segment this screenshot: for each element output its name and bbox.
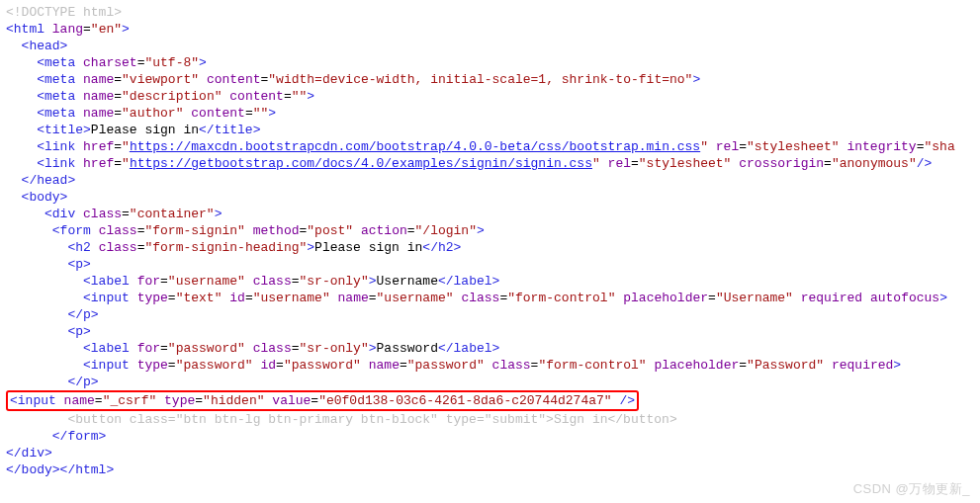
tag-p-close: </p> [67, 307, 98, 322]
watermark: CSDN @万物更新_ [853, 480, 970, 497]
tag-form: <form [52, 223, 99, 238]
tag-body-open: <body> [22, 190, 68, 205]
code-view: <!DOCTYPE html> <html lang="en"> <head> … [6, 4, 974, 478]
tag-head-close: </head> [22, 173, 76, 188]
tag-link: <link [37, 139, 83, 154]
tag-input: <input [83, 291, 137, 305]
tag-html-close: </html> [60, 462, 115, 477]
doctype: <!DOCTYPE html> [6, 5, 122, 20]
tag-label: <label [83, 341, 137, 356]
tag-body-close: </body> [6, 462, 60, 477]
tag-title: <title> [37, 123, 91, 137]
tag-p: <p> [67, 324, 90, 339]
link-url[interactable]: https://getbootstrap.com/docs/4.0/exampl… [130, 156, 592, 171]
tag-div: <div [45, 207, 83, 221]
tag-form-close: </form> [52, 429, 107, 444]
tag-meta: <meta [37, 72, 83, 87]
tag-label: <label [83, 274, 137, 289]
tag-head-open: <head> [22, 39, 68, 53]
tag-input: <input [83, 358, 137, 373]
tag-p-close: </p> [67, 375, 98, 389]
tag-meta: <meta [37, 106, 83, 121]
faded-button-line: <button class="btn btn-lg btn-primary bt… [67, 412, 676, 427]
tag-input-csrf: <input [10, 393, 64, 408]
csrf-highlight: <input name="_csrf" type="hidden" value=… [6, 390, 639, 411]
tag-p: <p> [67, 257, 90, 272]
tag-div-close: </div> [6, 446, 52, 461]
tag-html-open: <html [6, 22, 52, 37]
tag-link: <link [37, 156, 83, 171]
tag-meta: <meta [37, 89, 83, 104]
tag-h2: <h2 [67, 240, 98, 255]
tag-meta: <meta [37, 55, 83, 70]
link-url[interactable]: https://maxcdn.bootstrapcdn.com/bootstra… [130, 139, 700, 154]
